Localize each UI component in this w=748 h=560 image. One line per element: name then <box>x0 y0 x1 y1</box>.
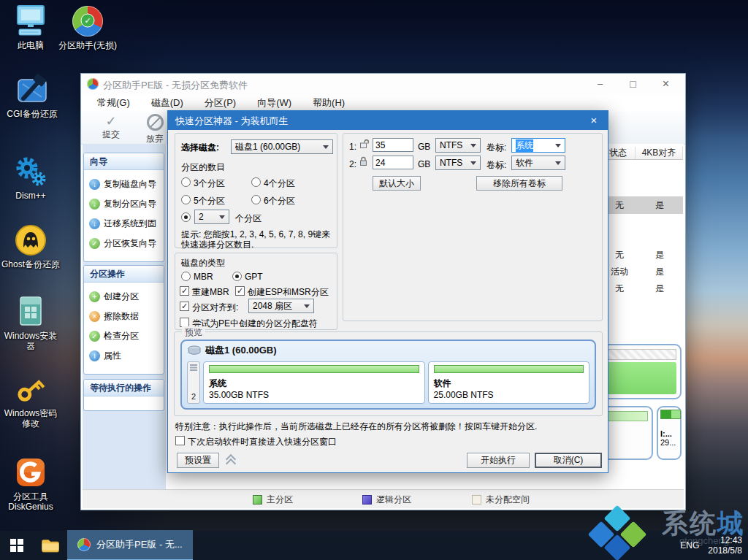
sidebar-item-check-partition[interactable]: ✓ 检查分区 <box>84 326 164 346</box>
desktop: 此电脑 分区助手(无损) CGI备份还原 <box>0 0 748 560</box>
disk-select[interactable]: 磁盘1 (60.00GB) <box>231 139 333 154</box>
disk-stack-icon <box>190 364 197 371</box>
disk-map-partition-i[interactable]: I:... 29... <box>657 406 682 460</box>
folder-icon <box>41 537 60 553</box>
create-esp-msr-checkbox[interactable] <box>235 286 245 296</box>
dism-icon <box>0 155 61 188</box>
collapse-up-icon[interactable] <box>225 454 235 466</box>
preset-button[interactable]: 预设置 <box>177 453 219 468</box>
column-4kb-align[interactable]: 4KB对齐 <box>636 147 683 160</box>
minimize-button[interactable] <box>584 74 617 94</box>
partition1-size-input[interactable] <box>373 138 413 152</box>
remove-all-labels-button[interactable]: 移除所有卷标 <box>476 176 562 191</box>
submit-button[interactable]: 提交 <box>94 114 128 141</box>
dialog-close-button[interactable] <box>580 111 608 130</box>
chevron-down-icon <box>470 144 476 147</box>
enter-quick-partition-label: 下次启动软件时直接进入快速分区窗口 <box>188 436 337 448</box>
desktop-icon-windows-installer[interactable]: Windows安装器 <box>0 295 61 351</box>
window-title: 分区助手PE版 - 无损分区免费软件 <box>103 79 248 92</box>
menu-wizard[interactable]: 向导(W) <box>257 96 291 110</box>
select-disk-label: 选择磁盘: <box>181 142 219 154</box>
start-execute-button[interactable]: 开始执行 <box>467 453 530 468</box>
disk-count-group: 选择磁盘: 磁盘1 (60.00GB) 分区的数目 3个分区 4个分区 5个分区… <box>175 133 337 248</box>
custom-count-select[interactable]: 2 <box>194 210 229 224</box>
radio-6-partitions[interactable] <box>251 195 261 204</box>
preview-partition-system[interactable]: 系统 35.00GB NTFS <box>203 361 425 404</box>
ghost-backup-icon <box>0 223 61 257</box>
taskbar-task-partition-assistant[interactable]: 分区助手PE版 - 无... <box>67 530 193 560</box>
radio-gpt[interactable] <box>232 272 242 281</box>
desktop-icon-partition-assistant[interactable]: 分区助手(无损) <box>57 4 118 50</box>
preview-disk-panel: 磁盘1 (60.00GB) 2 系统 35.00GB NTFS <box>180 340 596 410</box>
desktop-icon-this-pc[interactable]: 此电脑 <box>0 4 61 50</box>
row1-volume-caption: 卷标: <box>486 142 506 154</box>
menu-disk[interactable]: 磁盘(D) <box>151 96 183 110</box>
diskgenius-icon <box>0 456 61 489</box>
partition1-label-select[interactable]: 系统 <box>511 138 565 153</box>
desktop-icon-diskgenius[interactable]: 分区工具DiskGenius <box>0 456 61 512</box>
enter-quick-partition-checkbox[interactable] <box>175 436 185 445</box>
desktop-icon-dism[interactable]: Dism++ <box>0 155 61 201</box>
windows-password-icon <box>0 372 61 406</box>
menu-general[interactable]: 常规(G) <box>97 96 130 110</box>
dialog-titlebar[interactable]: 快速分区神器 - 为装机而生 <box>168 111 608 130</box>
start-button[interactable] <box>0 531 34 560</box>
align-sector-select[interactable]: 2048 扇区 <box>248 299 314 313</box>
create-partition-icon: + <box>89 291 100 302</box>
desktop-icon-ghost-backup[interactable]: Ghost备份还原 <box>0 223 61 269</box>
sidebar-item-wipe-data[interactable]: × 擦除数据 <box>84 307 164 326</box>
sidebar-item-migrate-system[interactable]: ↓ 迁移系统到固 <box>84 214 164 234</box>
chevron-down-icon <box>304 304 310 308</box>
sidebar-item-copy-partition-wizard[interactable]: ↓ 复制分区向导 <box>84 194 164 214</box>
cancel-button[interactable]: 取消(C) <box>535 453 602 468</box>
preview-fieldset: 预览 磁盘1 (60.00GB) 2 系统 <box>174 331 603 416</box>
sidebar-section-partition-ops: 分区操作 + 创建分区 × 擦除数据 ✓ 检查分区 i 属性 <box>83 265 164 375</box>
radio-mbr[interactable] <box>181 272 191 281</box>
partition2-label-select[interactable]: 软件 <box>511 156 565 170</box>
sidebar-item-copy-disk-wizard[interactable]: ↓ 复制磁盘向导 <box>84 174 164 194</box>
preview-disk-title: 磁盘1 (60.00GB) <box>205 344 277 357</box>
row1-index: 1: <box>349 142 356 152</box>
menu-partition[interactable]: 分区(P) <box>205 96 236 110</box>
partition2-size-input[interactable] <box>373 156 413 169</box>
partition-count-label: 分区的数目 <box>181 161 225 174</box>
preview-disk-header: 磁盘1 (60.00GB) <box>182 341 595 360</box>
taskbar: 分区助手PE版 - 无... ENG 12:43 2018/5/8 <box>0 531 748 560</box>
sidebar-item-partition-recovery[interactable]: ✓ 分区恢复向导 <box>84 234 164 253</box>
desktop-icon-cgi-backup[interactable]: CGI备份还原 <box>1 73 63 119</box>
menu-help[interactable]: 帮助(H) <box>313 96 345 110</box>
row2-unit: GB <box>418 159 430 169</box>
window-titlebar[interactable]: 分区助手PE版 - 无损分区免费软件 <box>81 74 685 94</box>
legend-logical: 逻辑分区 <box>362 494 411 506</box>
unlock-icon[interactable] <box>359 139 370 152</box>
partition-fill-bar <box>434 365 584 373</box>
desktop-icon-windows-password[interactable]: Windows密码修改 <box>0 372 61 429</box>
lock-icon[interactable] <box>359 156 368 169</box>
preview-partition-software[interactable]: 软件 25.00GB NTFS <box>428 361 589 404</box>
radio-5-partitions[interactable] <box>181 195 191 204</box>
align-partition-checkbox[interactable] <box>180 302 189 311</box>
sidebar-item-properties[interactable]: i 属性 <box>84 346 164 366</box>
file-explorer-button[interactable] <box>34 531 67 560</box>
partition-fill-bar <box>209 365 419 373</box>
radio-4-partitions[interactable] <box>251 177 261 187</box>
app-pie-icon <box>87 78 99 90</box>
partition1-fs-select[interactable]: NTFS <box>435 138 481 153</box>
copy-disk-icon: ↓ <box>89 179 100 190</box>
chevron-down-icon <box>555 161 561 165</box>
check-partition-icon: ✓ <box>89 331 100 342</box>
default-size-button[interactable]: 默认大小 <box>373 176 421 191</box>
rebuild-mbr-checkbox[interactable] <box>180 286 189 296</box>
legend-primary: 主分区 <box>253 494 293 506</box>
language-indicator[interactable]: ENG <box>680 540 699 551</box>
warning-text: 特别注意：执行此操作后，当前所选磁盘上已经存在的所有分区将被删除！按回车键开始分… <box>175 421 537 433</box>
partition2-fs-select[interactable]: NTFS <box>435 156 481 170</box>
radio-custom-count[interactable] <box>181 212 191 222</box>
volume-letter: I:... <box>660 429 678 438</box>
maximize-button[interactable] <box>617 74 649 94</box>
partition-recovery-icon: ✓ <box>89 238 100 249</box>
sidebar-item-create-partition[interactable]: + 创建分区 <box>84 287 164 307</box>
radio-3-partitions[interactable] <box>181 177 191 187</box>
taskbar-clock[interactable]: 12:43 2018/5/8 <box>708 535 742 556</box>
close-button[interactable] <box>649 74 682 94</box>
